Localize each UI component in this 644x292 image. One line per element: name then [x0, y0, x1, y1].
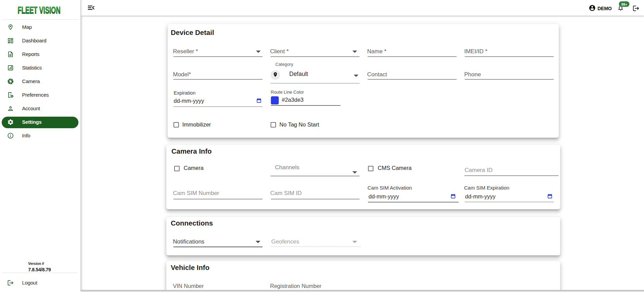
svg-text:FLEET VISION: FLEET VISION [18, 5, 60, 14]
